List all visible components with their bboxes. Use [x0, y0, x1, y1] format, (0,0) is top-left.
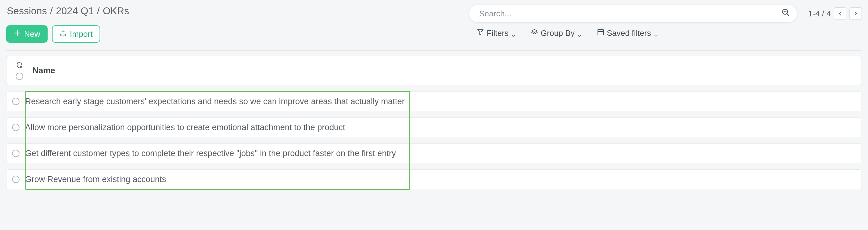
pager-prev-button[interactable] [834, 7, 846, 20]
upload-icon [59, 29, 67, 39]
list-header: Name [6, 56, 862, 85]
breadcrumb-okrs[interactable]: OKRs [103, 5, 129, 17]
breadcrumb-separator: / [50, 5, 53, 17]
table-row[interactable]: Get different customer types to complete… [6, 143, 862, 163]
search-field[interactable] [469, 5, 797, 22]
pager-label: 1-4 / 4 [808, 9, 831, 19]
new-button-label: New [24, 29, 40, 39]
chevron-down-icon [653, 31, 658, 36]
chevron-down-icon [577, 31, 582, 36]
row-name: Grow Revenue from existing accounts [25, 175, 166, 184]
row-name: Research early stage customers' expectat… [25, 97, 405, 106]
filters-label: Filters [487, 28, 508, 38]
chevron-down-icon [511, 31, 516, 36]
breadcrumb: Sessions / 2024 Q1 / OKRs [6, 5, 462, 17]
groupby-label: Group By [540, 28, 575, 38]
svg-marker-7 [532, 29, 537, 32]
table-row[interactable]: Allow more personalization opportunities… [6, 118, 862, 137]
import-button-label: Import [70, 29, 93, 39]
new-button[interactable]: New [6, 25, 48, 43]
row-checkbox[interactable] [12, 124, 20, 131]
breadcrumb-separator: / [97, 5, 100, 17]
row-checkbox[interactable] [12, 150, 20, 157]
refresh-icon[interactable] [16, 61, 23, 71]
plus-icon [13, 29, 21, 39]
row-checkbox[interactable] [12, 175, 20, 183]
filters-dropdown[interactable]: Filters [477, 28, 516, 38]
table-row[interactable]: Research early stage customers' expectat… [6, 92, 862, 111]
column-name-header[interactable]: Name [27, 66, 55, 75]
search-input[interactable] [469, 5, 797, 22]
select-all-checkbox[interactable] [16, 73, 23, 80]
row-name: Allow more personalization opportunities… [25, 123, 345, 132]
pager: 1-4 / 4 [808, 7, 862, 20]
row-checkbox[interactable] [12, 98, 20, 105]
groupby-dropdown[interactable]: Group By [531, 28, 582, 38]
layers-icon [531, 28, 538, 38]
saved-filters-label: Saved filters [607, 28, 651, 38]
divider [6, 50, 862, 51]
import-button[interactable]: Import [52, 25, 100, 43]
table-row[interactable]: Grow Revenue from existing accounts [6, 169, 862, 189]
svg-rect-8 [598, 29, 603, 35]
breadcrumb-2024-q1[interactable]: 2024 Q1 [56, 5, 94, 17]
row-name: Get different customer types to complete… [25, 149, 396, 158]
pager-next-button[interactable] [849, 7, 862, 20]
saved-filters-dropdown[interactable]: Saved filters [597, 28, 658, 38]
funnel-icon [477, 28, 484, 38]
zoom-out-icon[interactable] [781, 8, 790, 19]
svg-marker-6 [477, 30, 483, 35]
dashboard-icon [597, 28, 604, 38]
breadcrumb-sessions[interactable]: Sessions [7, 5, 47, 17]
svg-line-4 [787, 13, 789, 15]
